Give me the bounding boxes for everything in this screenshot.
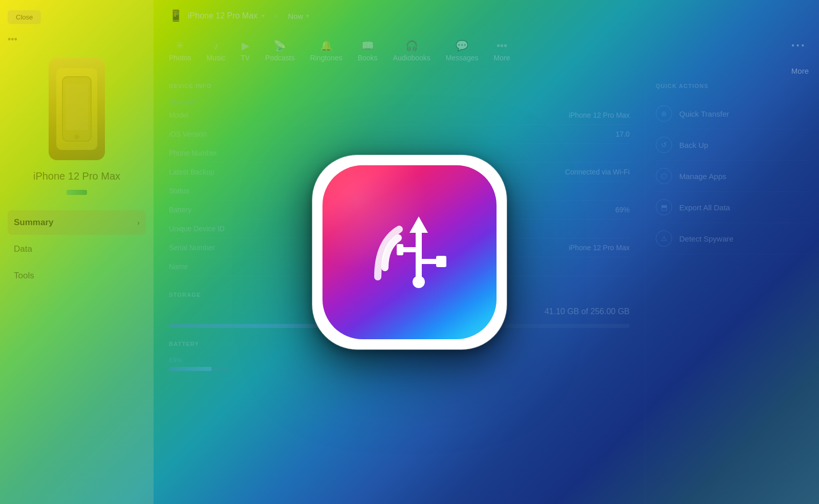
quick-action-spyware[interactable]: ⚠ Detect Spyware	[656, 223, 809, 254]
device-selector-chevron-icon[interactable]: ▾	[262, 12, 265, 19]
svg-rect-1	[66, 84, 88, 130]
serial-value: iPhone 12 Pro Max	[569, 244, 630, 252]
model-label: Model	[169, 111, 188, 119]
top-navigation-bar: 📱 iPhone 12 Pro Max ▾ › Now ▾	[154, 0, 819, 32]
backup-icon: ↺	[656, 137, 672, 153]
svg-point-9	[413, 276, 425, 288]
app-icon-inner-gradient	[322, 165, 497, 339]
tv-icon: ▶	[242, 39, 249, 52]
sidebar-item-summary[interactable]: Summary ›	[8, 210, 146, 235]
tab-books-label: Books	[358, 54, 378, 62]
ios-version-label: iOS Version	[169, 130, 207, 138]
battery-indicator-left	[67, 190, 87, 195]
usb-wifi-symbol	[358, 201, 461, 303]
quick-action-export[interactable]: ⬒ Export All Data	[656, 192, 809, 223]
battery-value: 69%	[615, 206, 630, 214]
name-label: Name	[169, 262, 188, 271]
tab-tv[interactable]: ▶ TV	[241, 39, 250, 65]
backup-label: Latest Backup	[169, 168, 214, 176]
device-name-top: iPhone 12 Pro Max	[188, 11, 257, 20]
model-value: iPhone 12 Pro Max	[569, 111, 630, 119]
svg-rect-6	[397, 244, 403, 255]
tab-photos[interactable]: ✳ Photos	[169, 39, 191, 65]
tab-photos-label: Photos	[169, 54, 191, 62]
quick-actions-panel: QUICK ACTIONS ⊕ Quick Transfer ↺ Back Up…	[645, 70, 819, 504]
backup-label-qa: Back Up	[679, 141, 708, 149]
left-sidebar-panel: Close ••• iPhone 12 Pro Max Summary › Da…	[0, 0, 154, 504]
tab-ringtones[interactable]: 🔔 Ringtones	[310, 39, 342, 65]
books-icon: 📖	[361, 39, 374, 52]
tab-messages[interactable]: 💬 Messages	[446, 39, 479, 65]
battery-progress-bar	[169, 367, 230, 371]
tab-ringtones-label: Ringtones	[310, 54, 342, 62]
close-button[interactable]: Close	[8, 10, 41, 24]
device-phone-icon: 📱	[169, 9, 183, 23]
detect-spyware-label: Detect Spyware	[679, 234, 734, 243]
more-tabs-icon: •••	[497, 40, 507, 52]
ringtones-icon: 🔔	[320, 39, 333, 52]
svg-point-2	[74, 135, 79, 140]
detect-spyware-icon: ⚠	[656, 230, 672, 247]
export-data-icon: ⬒	[656, 199, 672, 215]
photos-icon: ✳	[176, 39, 184, 52]
quick-actions-title: QUICK ACTIONS	[656, 83, 809, 89]
battery-label: Battery	[169, 206, 191, 214]
quick-action-transfer[interactable]: ⊕ Quick Transfer	[656, 98, 809, 129]
tab-more[interactable]: ••• More	[494, 40, 510, 65]
tab-books[interactable]: 📖 Books	[358, 39, 378, 65]
show-all-button[interactable]: Show All	[169, 98, 630, 106]
quick-transfer-label: Quick Transfer	[679, 109, 729, 118]
messages-icon: 💬	[456, 39, 468, 52]
serial-label: Serial Number	[169, 244, 214, 252]
navigation-tabs: ✳ Photos ♪ Music ▶ TV 📡 Podcasts 🔔 Ringt…	[154, 32, 819, 70]
sidebar-item-tools[interactable]: Tools	[8, 264, 146, 288]
tab-music[interactable]: ♪ Music	[207, 40, 226, 65]
tab-messages-label: Messages	[446, 54, 479, 62]
breadcrumb-arrow-icon: ›	[275, 11, 277, 20]
tab-podcasts-label: Podcasts	[265, 54, 295, 62]
manage-apps-icon: ⬡	[656, 168, 672, 184]
chevron-right-icon: ›	[137, 218, 140, 227]
export-data-label: Export All Data	[679, 203, 730, 212]
info-row-model: Model iPhone 12 Pro Max	[169, 106, 630, 125]
battery-percent-value: 69%	[169, 356, 630, 364]
tab-audiobooks[interactable]: 🎧 Audiobooks	[393, 39, 430, 65]
device-name-left: iPhone 12 Pro Max	[8, 170, 146, 182]
ios-version-value: 17.0	[616, 130, 630, 138]
app-icon	[312, 155, 507, 349]
svg-marker-4	[410, 216, 428, 233]
tab-tv-label: TV	[241, 54, 250, 62]
udid-label: Unique Device ID	[169, 225, 225, 233]
phone-number-label: Phone Number	[169, 149, 217, 157]
app-icon-outer-frame	[312, 155, 507, 349]
manage-apps-label: Manage Apps	[679, 172, 726, 181]
device-thumbnail	[49, 58, 105, 160]
three-dots-menu-left[interactable]: •••	[8, 34, 146, 45]
quick-action-backup[interactable]: ↺ Back Up	[656, 129, 809, 161]
info-row-ios: iOS Version 17.0	[169, 125, 630, 144]
device-info-section-title: DEVICE INFO	[169, 83, 630, 89]
quick-action-manage-apps[interactable]: ⬡ Manage Apps	[656, 161, 809, 192]
tab-music-label: Music	[207, 54, 226, 62]
music-icon: ♪	[213, 40, 219, 52]
now-button[interactable]: Now	[288, 12, 303, 20]
tab-more-label: More	[494, 54, 510, 62]
status-label: Status	[169, 187, 189, 195]
now-chevron-icon: ▾	[306, 12, 309, 19]
tab-podcasts[interactable]: 📡 Podcasts	[265, 39, 295, 65]
battery-progress-fill	[169, 367, 211, 371]
sidebar-item-data[interactable]: Data	[8, 237, 146, 261]
audiobooks-icon: 🎧	[405, 39, 418, 52]
quick-transfer-icon: ⊕	[656, 105, 672, 122]
backup-value: Connected via Wi-Fi	[565, 168, 630, 176]
podcasts-icon: 📡	[273, 39, 286, 52]
tab-audiobooks-label: Audiobooks	[393, 54, 430, 62]
svg-rect-8	[436, 256, 446, 267]
